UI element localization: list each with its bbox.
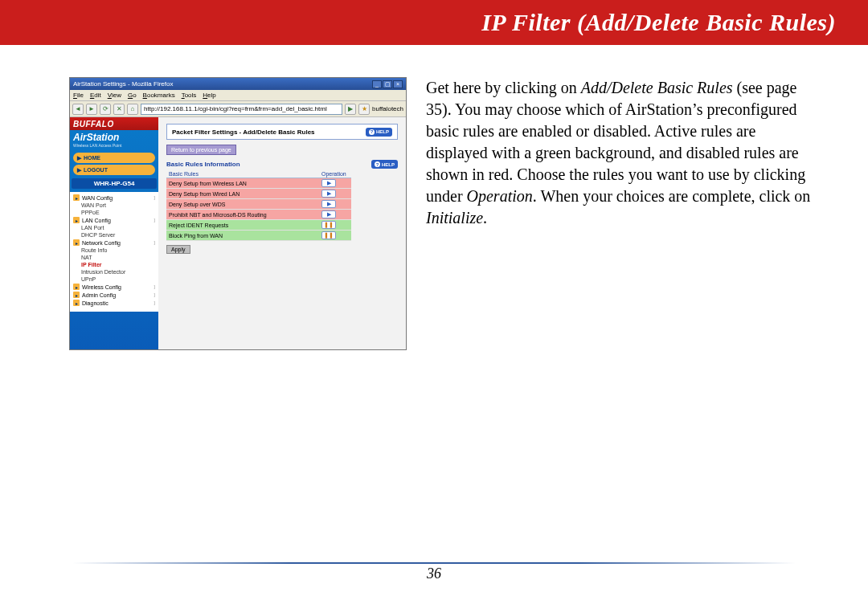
table-row: Prohibit NBT and Microsoft-DS Routing▶	[166, 210, 351, 220]
footer: 36	[0, 562, 868, 582]
table-row: Deny Setup over WDS▶	[166, 199, 351, 210]
menu-bookmarks[interactable]: Bookmarks	[143, 92, 175, 99]
help-badge[interactable]: HELP	[366, 128, 392, 137]
table-row: Deny Setup from Wireless LAN▶	[166, 178, 351, 189]
chevron-right-icon: ▸	[73, 284, 80, 290]
sidebar-item[interactable]: ▸Network Config]	[70, 239, 158, 247]
nav-label: UPnP	[81, 276, 96, 282]
rule-name: Prohibit NBT and Microsoft-DS Routing	[166, 210, 319, 220]
banner: IP Filter (Add/Delete Basic Rules)	[0, 0, 868, 45]
play-icon[interactable]: ▶	[321, 210, 336, 218]
chevron-right-icon: ▸	[73, 300, 80, 306]
home-icon[interactable]: ⌂	[127, 104, 138, 115]
nav-label: Wireless Config	[82, 284, 121, 290]
nav-label: Network Config	[82, 240, 121, 246]
sidebar-item[interactable]: ▸LAN Config]	[70, 216, 158, 224]
sidebar-item[interactable]: ▸WAN Config]	[70, 194, 158, 202]
nav-label: LAN Port	[81, 225, 104, 231]
sidebar-nav: ▸WAN Config]WAN PortPPPoE▸LAN Config]LAN…	[70, 192, 158, 312]
nav-label: DHCP Server	[81, 232, 115, 238]
rule-name: Deny Setup over WDS	[166, 199, 319, 210]
text-italic: Add/Delete Basic Rules	[581, 79, 733, 96]
nav-end-icon: ]	[154, 218, 155, 222]
bookmark-label[interactable]: buffalotech	[372, 105, 403, 112]
rule-op: ▶	[319, 178, 351, 189]
chevron-right-icon: ▶	[77, 155, 81, 161]
play-icon[interactable]: ▶	[321, 200, 336, 208]
menu-file[interactable]: File	[73, 92, 84, 99]
sidebar: BUFFALO AirStation Wireless LAN Access P…	[70, 117, 158, 349]
menu-tools[interactable]: Tools	[182, 92, 197, 99]
rule-name: Deny Setup from Wired LAN	[166, 189, 319, 199]
page-number: 36	[427, 565, 441, 582]
go-icon[interactable]: ▶	[345, 104, 356, 115]
chevron-right-icon: ▸	[73, 292, 80, 298]
page-body: AirStation Settings - Mozilla Firefox _ …	[0, 45, 868, 350]
sidebar-subitem[interactable]: Route Info	[70, 247, 158, 254]
sidebar-subitem[interactable]: NAT	[70, 254, 158, 261]
logout-button[interactable]: ▶LOGOUT	[73, 165, 155, 175]
logout-label: LOGOUT	[84, 167, 108, 173]
sidebar-subitem[interactable]: Intrusion Detector	[70, 268, 158, 276]
table-row: Block Ping from WAN❚❚	[166, 231, 351, 241]
sidebar-subitem[interactable]: IP Filter	[70, 261, 158, 268]
sidebar-subitem[interactable]: LAN Port	[70, 224, 158, 231]
back-icon[interactable]: ◄	[72, 104, 84, 115]
browser-content: BUFFALO AirStation Wireless LAN Access P…	[70, 117, 406, 349]
nav-label: WAN Config	[82, 195, 113, 201]
sidebar-subitem[interactable]: DHCP Server	[70, 231, 158, 239]
reload-icon[interactable]: ⟳	[100, 104, 111, 115]
play-icon[interactable]: ▶	[321, 190, 336, 198]
main-panel: Packet Filter Settings - Add/Delete Basi…	[158, 117, 406, 349]
apply-button[interactable]: Apply	[166, 245, 190, 254]
rule-op: ▶	[319, 210, 351, 220]
page-header-text: Packet Filter Settings - Add/Delete Basi…	[172, 129, 315, 136]
rule-op: ▶	[319, 189, 351, 199]
screenshot: AirStation Settings - Mozilla Firefox _ …	[69, 77, 407, 350]
pause-icon[interactable]: ❚❚	[321, 231, 336, 239]
text-italic: Initialize	[426, 209, 483, 227]
pause-icon[interactable]: ❚❚	[321, 221, 336, 229]
menu-go[interactable]: Go	[128, 92, 137, 99]
chevron-right-icon: ▸	[73, 239, 80, 246]
minimize-icon[interactable]: _	[372, 80, 382, 88]
rule-op: ❚❚	[319, 231, 351, 241]
sidebar-subitem[interactable]: WAN Port	[70, 202, 158, 209]
play-icon[interactable]: ▶	[321, 179, 336, 187]
menu-help[interactable]: Help	[203, 92, 215, 99]
menu-view[interactable]: View	[108, 92, 121, 99]
bookmark-icon[interactable]: ★	[358, 104, 370, 115]
home-button[interactable]: ▶HOME	[73, 153, 155, 163]
help-badge-small[interactable]: HELP	[371, 160, 398, 169]
sidebar-subitem[interactable]: PPPoE	[70, 209, 158, 216]
nav-label: IP Filter	[81, 262, 102, 267]
address-bar[interactable]: http://192.168.11.1/cgi-bin/cgi?req=frm&…	[141, 104, 342, 115]
maximize-icon[interactable]: ▢	[383, 80, 392, 88]
rule-name: Reject IDENT Requests	[166, 220, 319, 231]
window-titlebar: AirStation Settings - Mozilla Firefox _ …	[70, 78, 406, 90]
sidebar-item[interactable]: ▸Admin Config]	[70, 291, 158, 299]
stop-icon[interactable]: ✕	[113, 104, 125, 115]
forward-icon[interactable]: ►	[86, 104, 97, 115]
menu-edit[interactable]: Edit	[90, 92, 101, 99]
browser-menubar: File Edit View Go Bookmarks Tools Help	[70, 90, 406, 101]
model-label: WHR-HP-G54	[72, 178, 157, 189]
nav-label: PPPoE	[81, 210, 100, 215]
sidebar-item[interactable]: ▸Diagnostic]	[70, 299, 158, 307]
browser-toolbar: ◄ ► ⟳ ✕ ⌂ http://192.168.11.1/cgi-bin/cg…	[70, 101, 406, 117]
sidebar-item[interactable]: ▸Wireless Config]	[70, 283, 158, 291]
brand-logo: BUFFALO	[70, 117, 158, 130]
nav-end-icon: ]	[154, 300, 155, 305]
rule-op: ▶	[319, 199, 351, 210]
rules-table: Basic Rules Operation Deny Setup from Wi…	[166, 170, 351, 241]
text: .	[483, 209, 487, 227]
return-button[interactable]: Return to previous page	[166, 145, 236, 155]
nav-label: NAT	[81, 255, 92, 260]
nav-label: Route Info	[81, 247, 107, 253]
section-heading-text: Basic Rules Information	[166, 161, 240, 168]
rule-name: Deny Setup from Wireless LAN	[166, 178, 319, 189]
sidebar-subitem[interactable]: UPnP	[70, 276, 158, 283]
table-row: Reject IDENT Requests❚❚	[166, 220, 351, 231]
window-title: AirStation Settings - Mozilla Firefox	[73, 80, 174, 88]
close-icon[interactable]: ×	[393, 80, 403, 88]
